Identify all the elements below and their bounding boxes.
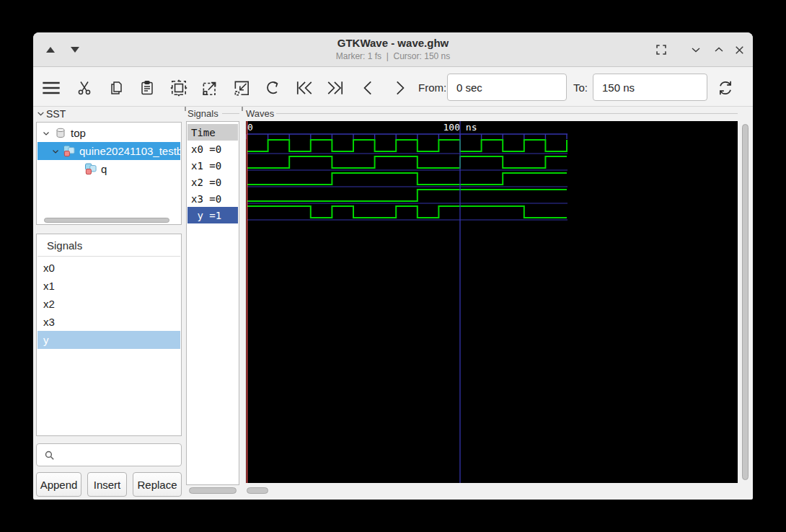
menu-button[interactable] (41, 78, 61, 98)
gtkwave-window: GTKWave - wave.ghw Marker: 1 fs | Cursor… (33, 32, 753, 500)
search-input[interactable] (58, 445, 180, 465)
timeline-label: 0 (247, 122, 253, 133)
list-item-y[interactable]: y (37, 331, 180, 349)
cut-button[interactable] (74, 78, 94, 98)
wave-canvas[interactable]: 0100 ns (246, 121, 738, 483)
zoom-in-button[interactable] (200, 78, 220, 98)
wave-trace-x0 (247, 140, 567, 151)
replace-button[interactable]: Replace (133, 472, 182, 497)
waves-frame-line (276, 113, 738, 114)
value-row-x0[interactable]: x0 =0 (187, 141, 238, 157)
fullscreen-button[interactable] (650, 32, 673, 67)
shift-left-button[interactable] (358, 78, 379, 98)
window-title: GTKWave - wave.ghw (177, 36, 609, 50)
values-frame-label: Signals (187, 108, 218, 119)
paste-icon (138, 79, 156, 97)
reload-icon (716, 79, 735, 97)
time-header[interactable]: Time (187, 124, 238, 141)
wave-trace-x3 (247, 190, 567, 201)
fullscreen-icon (653, 42, 669, 58)
shade-down-button[interactable] (63, 32, 87, 67)
value-row-x2[interactable]: x2 =0 (187, 174, 238, 190)
expander-icon[interactable] (50, 147, 61, 156)
values-frame-line (222, 113, 239, 114)
shade-up-button[interactable] (39, 32, 62, 67)
fast-backward-icon (295, 79, 314, 97)
fast-forward-button[interactable] (325, 78, 345, 98)
from-label: From: (418, 81, 446, 94)
wave-trace-x2 (247, 173, 567, 185)
signal-list-header: Signals (37, 235, 180, 257)
zoom-out-button[interactable] (231, 78, 252, 98)
zoom-fit-icon (169, 79, 188, 97)
waves-hscrollbar[interactable] (247, 487, 268, 494)
shade-up-icon (46, 47, 55, 53)
value-row-x1[interactable]: x1 =0 (187, 157, 238, 174)
close-button[interactable] (728, 32, 751, 67)
pane-splitter-left[interactable] (185, 107, 186, 111)
pane-splitter-right[interactable] (242, 107, 243, 111)
search-icon (43, 449, 56, 461)
list-item-x1[interactable]: x1 (37, 277, 180, 295)
shade-down-icon (71, 47, 79, 53)
paste-button[interactable] (137, 78, 157, 98)
values-panel: Time x0 =0 x1 =0 x2 =0 x3 =0 y =1 (186, 121, 239, 485)
instance-icon (62, 144, 76, 159)
titlebar[interactable]: GTKWave - wave.ghw Marker: 1 fs | Cursor… (33, 32, 753, 67)
chevron-down-icon (689, 43, 703, 57)
shift-right-button[interactable] (389, 78, 410, 98)
reload-button[interactable] (715, 78, 736, 98)
list-item-label: x2 (43, 298, 55, 310)
tree-row-q[interactable]: q (37, 160, 180, 178)
signal-list-panel: Signals x0 x1 x2 x3 y (36, 234, 182, 436)
sst-collapse-icon[interactable] (36, 109, 45, 118)
zoom-in-icon (200, 79, 219, 97)
copy-button[interactable] (106, 78, 126, 98)
module-icon (53, 126, 68, 141)
copy-icon (107, 79, 125, 97)
sst-tree: top quine20241103_testben (36, 122, 182, 225)
window-subtitle: Marker: 1 fs | Cursor: 150 ns (177, 50, 609, 62)
minimize-button[interactable] (684, 32, 707, 67)
tree-item-label: top (71, 127, 86, 139)
fast-forward-icon (326, 79, 345, 97)
menu-icon (41, 78, 61, 98)
close-icon (733, 43, 746, 57)
value-row-y[interactable]: y =1 (187, 207, 238, 223)
cut-icon (76, 79, 93, 97)
insert-button[interactable]: Insert (87, 472, 127, 497)
toolbar: From: To: (33, 67, 753, 107)
tree-item-label: q (101, 163, 107, 175)
waveform-plot[interactable]: 0100 ns (246, 121, 738, 483)
list-item-label: x1 (43, 280, 55, 292)
list-item-x2[interactable]: x2 (37, 295, 180, 313)
wave-trace-x1 (247, 156, 567, 168)
zoom-out-icon (232, 79, 251, 97)
values-hscrollbar[interactable] (189, 487, 237, 494)
list-item-label: x3 (43, 316, 55, 328)
list-item-x3[interactable]: x3 (37, 313, 180, 331)
zoom-fit-button[interactable] (169, 78, 189, 98)
sst-label: SST (46, 108, 66, 120)
waves-frame-label: Waves (246, 108, 274, 119)
value-row-x3[interactable]: x3 =0 (187, 190, 238, 207)
shift-right-icon (390, 79, 409, 97)
tree-hscrollbar[interactable] (44, 218, 169, 223)
from-input[interactable] (447, 74, 567, 101)
list-item-label: x0 (43, 262, 55, 274)
expander-icon[interactable] (40, 129, 52, 138)
list-item-x0[interactable]: x0 (37, 259, 180, 277)
tree-item-label: quine20241103_testben (79, 145, 180, 157)
undo-button[interactable] (262, 78, 283, 98)
chevron-up-icon (712, 43, 726, 57)
tree-row-top[interactable]: top (37, 124, 180, 142)
search-box[interactable] (36, 443, 182, 466)
shift-left-icon (359, 79, 378, 97)
fast-backward-button[interactable] (294, 78, 314, 98)
tree-row-testbench[interactable]: quine20241103_testben (37, 142, 180, 160)
to-label: To: (573, 81, 588, 94)
waves-vscrollbar[interactable] (742, 124, 749, 480)
append-button[interactable]: Append (36, 472, 81, 497)
wave-trace-y (247, 206, 567, 218)
to-input[interactable] (593, 74, 707, 101)
